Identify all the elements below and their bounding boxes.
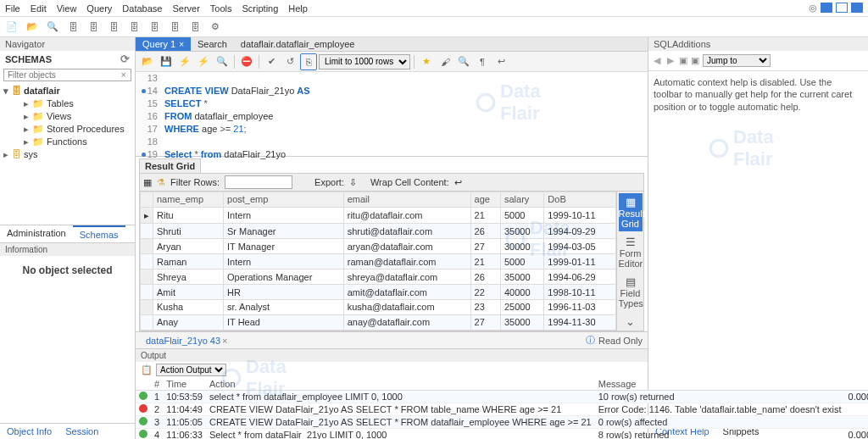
- db-icon-2[interactable]: 🗄: [85, 19, 102, 36]
- db-icon-7[interactable]: 🗄: [186, 19, 203, 36]
- sql-editor[interactable]: 13141516171819 CREATE VIEW DataFlair_21y…: [136, 72, 648, 157]
- schemas-label: SCHEMAS: [5, 54, 52, 64]
- find-icon[interactable]: 🔍: [455, 53, 472, 70]
- db-icon-4[interactable]: 🗄: [125, 19, 142, 36]
- navigator-title: Navigator: [5, 39, 45, 49]
- menu-database[interactable]: Database: [122, 3, 162, 14]
- side-field-types[interactable]: ▤Field Types: [619, 273, 643, 311]
- right-panel-toggle[interactable]: [851, 3, 863, 13]
- limit-rows-select[interactable]: Limit to 1000 rows: [319, 54, 410, 69]
- output-type-icon: 📋: [141, 364, 153, 375]
- close-icon[interactable]: ×: [179, 40, 184, 49]
- tab-session[interactable]: Session: [58, 424, 105, 439]
- save-icon[interactable]: 💾: [158, 53, 175, 70]
- schema-dataflair[interactable]: ▾🗄dataflair: [3, 85, 131, 97]
- filter-icon[interactable]: ⚗: [157, 177, 165, 188]
- bottom-panel-toggle[interactable]: [836, 3, 848, 13]
- panel-toggles: ◎: [809, 3, 863, 14]
- commit-icon[interactable]: ✔: [263, 53, 280, 70]
- menu-view[interactable]: View: [57, 3, 77, 14]
- beautify-icon[interactable]: ★: [418, 53, 435, 70]
- tab-object-info[interactable]: Object Info: [0, 424, 58, 439]
- tab-schemas[interactable]: Schemas: [73, 225, 125, 242]
- menu-scripting[interactable]: Scripting: [242, 3, 279, 14]
- menu-file[interactable]: File: [5, 3, 20, 14]
- menu-server[interactable]: Server: [172, 3, 199, 14]
- side-result-grid[interactable]: ▦Result Grid: [619, 193, 643, 231]
- readonly-indicator: ⓘRead Only: [586, 334, 643, 347]
- left-panel-toggle[interactable]: [821, 3, 832, 13]
- help-icon-1[interactable]: ▣: [679, 55, 687, 66]
- svg-point-3: [710, 140, 727, 157]
- rollback-icon[interactable]: ↺: [281, 53, 298, 70]
- filter-rows-label: Filter Rows:: [170, 177, 220, 187]
- help-icon-2[interactable]: ▣: [691, 55, 699, 66]
- jump-to-select[interactable]: Jump to: [703, 54, 771, 67]
- menu-help[interactable]: Help: [288, 3, 308, 14]
- result-side-strip: ▦Result Grid ☰Form Editor ▤Field Types ⌄: [616, 192, 643, 331]
- back-icon[interactable]: ◀: [652, 55, 662, 66]
- target-icon[interactable]: ◎: [809, 3, 817, 14]
- forward-icon[interactable]: ▶: [665, 55, 676, 66]
- clear-filter-icon[interactable]: ×: [121, 69, 126, 80]
- inspector-icon[interactable]: 🔍: [44, 19, 61, 36]
- result-toolbar: ▦ ⚗ Filter Rows: Export: ⇩ Wrap Cell Con…: [139, 173, 644, 192]
- wrap-label: Wrap Cell Content:: [370, 177, 449, 187]
- menu-edit[interactable]: Edit: [31, 3, 47, 14]
- execute-icon[interactable]: ⚡: [176, 53, 193, 70]
- filter-rows-input[interactable]: [225, 175, 292, 189]
- explain-icon[interactable]: 🔍: [214, 53, 231, 70]
- navigator-panel: Navigator SCHEMAS ⟳ × ▾🗄dataflair ▸📁Tabl…: [0, 37, 136, 439]
- db-icon-6[interactable]: 🗄: [166, 19, 183, 36]
- grid-icon[interactable]: ▦: [143, 177, 152, 188]
- db-icon-3[interactable]: 🗄: [105, 19, 122, 36]
- output-type-select[interactable]: Action Output: [156, 364, 226, 376]
- db-icon-1[interactable]: 🗄: [64, 19, 81, 36]
- information-body: No object selected: [0, 256, 135, 285]
- tree-views[interactable]: ▸📁Views: [3, 110, 131, 123]
- open-sql-icon[interactable]: 📂: [24, 19, 41, 36]
- wrap-cell-icon[interactable]: ↩: [454, 177, 462, 188]
- schema-tree: ▾🗄dataflair ▸📁Tables ▸📁Views ▸📁Stored Pr…: [0, 83, 135, 225]
- menu-bar: File Edit View Query Database Server Too…: [0, 0, 868, 17]
- result-grid[interactable]: name_emppost_empemailagesalaryDoBRituInt…: [140, 192, 616, 331]
- tree-functions[interactable]: ▸📁Functions: [3, 136, 131, 148]
- query-tabs: Query 1× Search dataflair.dataflair_empl…: [136, 37, 648, 52]
- sql-additions-panel: SQLAdditions ◀ ▶ ▣ ▣ Jump to Automatic c…: [648, 37, 868, 439]
- close-result-icon[interactable]: ×: [222, 336, 227, 346]
- tree-tables[interactable]: ▸📁Tables: [3, 97, 131, 110]
- output-title: Output: [136, 349, 648, 362]
- side-form-editor[interactable]: ☰Form Editor: [619, 233, 643, 271]
- center-panel: Query 1× Search dataflair.dataflair_empl…: [136, 37, 648, 439]
- db-icon-8[interactable]: ⚙: [207, 19, 224, 36]
- db-icon-5[interactable]: 🗄: [146, 19, 163, 36]
- new-sql-tab-icon[interactable]: 📄: [3, 19, 20, 36]
- tab-employee[interactable]: dataflair.dataflair_employee: [234, 37, 362, 51]
- sqladditions-title: SQLAdditions: [654, 39, 710, 49]
- tab-query1[interactable]: Query 1×: [136, 37, 191, 51]
- export-label: Export:: [314, 177, 344, 187]
- main-toolbar: 📄 📂 🔍 🗄 🗄 🗄 🗄 🗄 🗄 🗄 ⚙: [0, 17, 868, 37]
- side-collapse[interactable]: ⌄: [619, 313, 643, 331]
- schema-sys[interactable]: ▸🗄sys: [3, 148, 131, 161]
- tree-procs[interactable]: ▸📁Stored Procedures: [3, 123, 131, 136]
- menu-tools[interactable]: Tools: [210, 3, 232, 14]
- tab-administration[interactable]: Administration: [0, 225, 73, 242]
- invisible-icon[interactable]: ¶: [474, 53, 491, 70]
- stop-icon[interactable]: ⛔: [238, 53, 255, 70]
- execute-step-icon[interactable]: ⚡: [195, 53, 212, 70]
- result-tab[interactable]: dataFlair_21yo 43×: [141, 336, 233, 346]
- wrap-icon[interactable]: ↩: [492, 53, 509, 70]
- information-title: Information: [0, 243, 135, 256]
- filter-objects-input[interactable]: [3, 69, 131, 81]
- refresh-schemas-icon[interactable]: ⟳: [120, 53, 130, 65]
- menu-query[interactable]: Query: [86, 3, 112, 14]
- export-icon[interactable]: ⇩: [349, 177, 357, 188]
- context-help-message: Automatic context help is disabled. Use …: [648, 71, 868, 118]
- brush-icon[interactable]: 🖌: [437, 53, 453, 70]
- open-file-icon[interactable]: 📂: [139, 53, 156, 70]
- tab-search[interactable]: Search: [191, 37, 234, 51]
- autocommit-icon[interactable]: ⎘: [300, 53, 317, 70]
- output-panel: Output 📋 Action Output #TimeActionMessag…: [136, 348, 648, 439]
- editor-toolbar: 📂 💾 ⚡ ⚡ 🔍 ⛔ ✔ ↺ ⎘ Limit to 1000 rows ★ 🖌…: [136, 52, 648, 72]
